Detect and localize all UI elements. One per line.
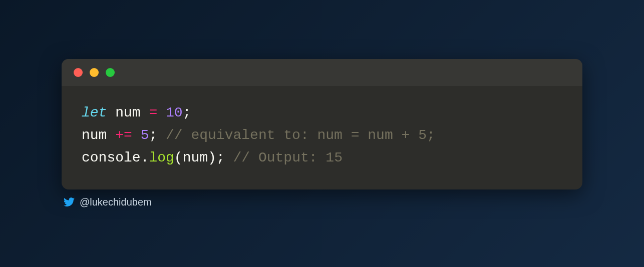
comment-output: // Output: 15 — [233, 150, 343, 166]
semicolon: ; — [149, 128, 166, 143]
attribution: @lukechidubem — [62, 196, 582, 208]
keyword-let: let — [82, 105, 107, 120]
identifier-num: num — [82, 128, 115, 143]
code-body: let num = 10; num += 5; // equivalent to… — [62, 86, 582, 189]
number-10: 10 — [157, 105, 182, 120]
minimize-icon[interactable] — [90, 68, 99, 77]
code-line-3: console.log(num); // Output: 15 — [82, 147, 562, 170]
identifier-console: console — [82, 150, 141, 166]
code-window: let num = 10; num += 5; // equivalent to… — [62, 59, 582, 189]
paren-open: ( — [174, 150, 183, 166]
dot: . — [141, 150, 149, 166]
code-line-1: let num = 10; — [82, 102, 562, 124]
number-5: 5 — [132, 128, 149, 143]
operator-plus-equals: += — [115, 128, 132, 143]
comment-equivalent: // equivalent to: num = num + 5; — [166, 128, 435, 143]
semicolon: ; — [183, 105, 191, 120]
arg-num: num — [183, 150, 208, 166]
identifier-num: num — [107, 105, 149, 120]
maximize-icon[interactable] — [106, 68, 115, 77]
code-line-2: num += 5; // equivalent to: num = num + … — [82, 124, 562, 147]
twitter-icon — [64, 196, 75, 208]
window-title-bar — [62, 59, 582, 86]
operator-equals: = — [149, 105, 157, 120]
twitter-handle: @lukechidubem — [80, 196, 152, 208]
method-log: log — [149, 150, 174, 166]
paren-close-semicolon: ); — [208, 150, 233, 166]
close-icon[interactable] — [74, 68, 83, 77]
